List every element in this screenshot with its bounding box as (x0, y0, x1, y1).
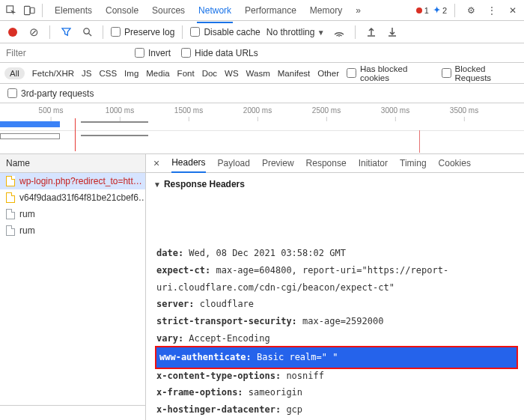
tab-performance[interactable]: Performance (243, 1, 298, 19)
response-headers-section[interactable]: ▼Response Headers (146, 173, 524, 192)
tab-sources[interactable]: Sources (150, 1, 186, 19)
device-toolbar-icon[interactable] (21, 2, 37, 19)
overview-bar (81, 121, 148, 123)
detail-tab-response[interactable]: Response (306, 158, 347, 168)
invert-checkbox[interactable]: Invert (135, 48, 171, 58)
preserve-log-checkbox[interactable]: Preserve log (111, 27, 174, 37)
third-party-checkbox[interactable]: 3rd-party requests (7, 88, 94, 99)
network-toolbar: ⊘ Preserve log Disable cache No throttli… (0, 21, 524, 43)
error-dot-icon (416, 7, 422, 13)
request-row[interactable]: v64f9daad31f64f81be21cbef6… (0, 189, 145, 206)
detail-tab-initiator[interactable]: Initiator (359, 158, 388, 168)
disable-cache-input[interactable] (190, 27, 200, 37)
header-key: www-authenticate: (159, 352, 252, 362)
svg-line-4 (88, 33, 91, 36)
request-row[interactable]: rum (0, 222, 145, 239)
resource-type-bar: All Fetch/XHR JS CSS Img Media Font Doc … (0, 63, 524, 84)
third-party-bar: 3rd-party requests (0, 84, 524, 103)
header-key: expect-ct: (156, 265, 210, 276)
request-list: Name wp-login.php?redirect_to=htt… v64f9… (0, 154, 146, 420)
request-name: v64f9daad31f64f81be21cbef6… (19, 192, 145, 203)
divider (103, 25, 103, 39)
type-doc[interactable]: Doc (202, 69, 217, 78)
timeline-tick: 2500 ms (312, 106, 341, 115)
request-row[interactable]: rum (0, 206, 145, 222)
type-font[interactable]: Font (177, 69, 195, 78)
filter-toggle-icon[interactable] (58, 24, 74, 40)
disable-cache-checkbox[interactable]: Disable cache (190, 27, 260, 37)
preserve-log-input[interactable] (111, 27, 121, 37)
type-media[interactable]: Media (146, 69, 169, 78)
detail-tabs: × Headers Payload Preview Response Initi… (146, 154, 524, 173)
divider (42, 4, 43, 17)
blocked-requests-checkbox[interactable]: Blocked Requests (442, 64, 520, 82)
timeline-overview[interactable]: 500 ms 1000 ms 1500 ms 2000 ms 2500 ms 3… (0, 103, 524, 154)
header-line-highlighted: www-authenticate: Basic realm=" " (156, 347, 517, 368)
type-other[interactable]: Other (317, 69, 339, 78)
has-blocked-cookies-input[interactable] (347, 68, 356, 78)
type-js[interactable]: JS (82, 69, 91, 78)
filter-input[interactable] (4, 47, 124, 59)
tab-console[interactable]: Console (104, 1, 140, 19)
request-list-header[interactable]: Name (0, 154, 145, 173)
type-img[interactable]: Img (124, 69, 138, 78)
tab-more[interactable]: » (354, 1, 362, 19)
inspect-element-icon[interactable] (3, 2, 19, 19)
topbar-right: 1 ✦2 ⚙ ⋮ ✕ (416, 2, 521, 19)
upload-har-icon[interactable] (363, 24, 380, 40)
throttling-value: No throttling (266, 27, 315, 37)
third-party-input[interactable] (7, 88, 17, 98)
detail-tab-headers[interactable]: Headers (171, 157, 205, 173)
tab-memory[interactable]: Memory (308, 1, 344, 19)
blocked-requests-input[interactable] (442, 68, 451, 78)
header-value: nosniff (281, 371, 324, 381)
detail-tab-cookies[interactable]: Cookies (439, 158, 471, 168)
type-css[interactable]: CSS (99, 69, 117, 78)
error-count[interactable]: 1 (416, 6, 429, 15)
timeline-tick: 1500 ms (174, 106, 203, 115)
request-row[interactable]: wp-login.php?redirect_to=htt… (0, 173, 145, 189)
close-details-icon[interactable]: × (153, 157, 159, 169)
header-line: expect-ct: max-age=604800, report-uri="h… (156, 262, 517, 296)
type-ws[interactable]: WS (225, 69, 239, 78)
svg-point-3 (83, 28, 88, 34)
header-line: date: Wed, 08 Dec 2021 03:58:02 GMT (156, 245, 517, 262)
overview-bar (0, 121, 60, 127)
tab-network[interactable]: Network (197, 1, 233, 19)
clear-button[interactable]: ⊘ (25, 24, 42, 40)
record-icon (8, 28, 17, 37)
kebab-menu-icon[interactable]: ⋮ (484, 2, 500, 19)
file-icon (6, 225, 15, 236)
detail-tab-payload[interactable]: Payload (218, 158, 250, 168)
timeline-tick: 1000 ms (106, 106, 134, 115)
hide-data-urls-checkbox[interactable]: Hide data URLs (181, 48, 258, 58)
settings-icon[interactable]: ⚙ (463, 2, 479, 19)
search-icon[interactable] (79, 24, 95, 40)
invert-input[interactable] (135, 48, 144, 58)
message-count[interactable]: ✦2 (433, 5, 447, 15)
type-all[interactable]: All (4, 67, 25, 79)
header-key: date: (156, 248, 183, 258)
has-blocked-cookies-label: Has blocked cookies (360, 64, 434, 82)
svg-rect-2 (30, 7, 34, 13)
network-conditions-icon[interactable] (331, 24, 347, 40)
detail-tab-preview[interactable]: Preview (262, 158, 294, 168)
timeline-tick: 2000 ms (243, 106, 272, 115)
tab-elements[interactable]: Elements (53, 1, 94, 19)
record-button[interactable] (4, 24, 21, 40)
hide-data-urls-input[interactable] (181, 48, 191, 58)
type-manifest[interactable]: Manifest (278, 69, 310, 78)
header-line: strict-transport-security: max-age=25920… (156, 313, 517, 330)
network-main: Name wp-login.php?redirect_to=htt… v64f9… (0, 154, 524, 420)
close-devtools-icon[interactable]: ✕ (505, 2, 521, 19)
type-wasm[interactable]: Wasm (246, 69, 270, 78)
download-har-icon[interactable] (384, 24, 400, 40)
type-fetch-xhr[interactable]: Fetch/XHR (32, 69, 74, 78)
has-blocked-cookies-checkbox[interactable]: Has blocked cookies (347, 64, 434, 82)
header-line: x-frame-options: sameorigin (156, 384, 517, 401)
file-icon (6, 192, 15, 203)
preserve-log-label: Preserve log (124, 27, 174, 37)
header-key: vary: (156, 333, 183, 344)
detail-tab-timing[interactable]: Timing (400, 158, 427, 168)
throttling-select[interactable]: No throttling ▼ (265, 25, 326, 39)
